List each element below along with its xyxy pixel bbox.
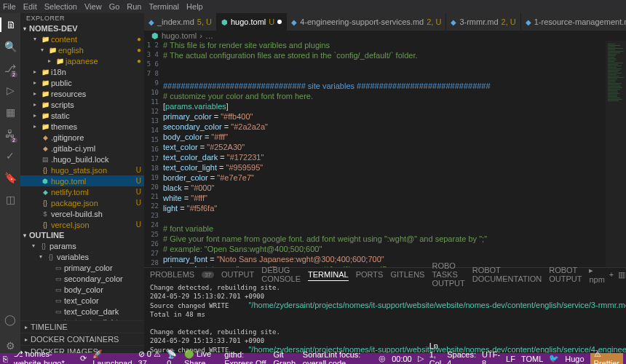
editor-tabs: ◆_index.md5, U⬢hugo.tomlU◆4-engineering-… <box>144 13 626 31</box>
panel-tab-ports[interactable]: PORTS <box>356 269 384 280</box>
sync[interactable]: ⟳ <box>80 354 87 363</box>
play[interactable]: ▷ <box>418 354 424 363</box>
section-docker-containers[interactable]: DOCKER CONTAINERS <box>20 333 144 345</box>
tree-item[interactable]: ◆netlify.tomlU <box>20 186 144 197</box>
menu-view[interactable]: View <box>84 2 102 11</box>
lang[interactable]: TOML <box>521 355 543 363</box>
menu-run[interactable]: Run <box>127 2 141 11</box>
panel-tabs: PROBLEMS37OUTPUTDEBUG CONSOLETERMINALPOR… <box>144 268 626 281</box>
panel-tab-problems[interactable]: PROBLEMS <box>150 269 194 280</box>
panel-tab-output[interactable]: OUTPUT <box>221 269 254 280</box>
tree-item[interactable]: ▾📁english● <box>20 44 144 55</box>
gear-icon[interactable]: ⚙ <box>3 339 17 353</box>
indent[interactable]: Spaces: 4 <box>447 350 476 365</box>
tab-1-resource-management.md[interactable]: ◆1-resource-management.md9, U <box>521 13 626 31</box>
encoding[interactable]: UTF-8 <box>482 350 500 365</box>
tree-item[interactable]: ▸📁themes <box>20 121 144 132</box>
githd[interactable]: githd: Express Off <box>224 350 267 365</box>
split-terminal-icon[interactable]: ▥ <box>618 270 625 280</box>
code-content[interactable]: # This file is for render site varibles … <box>163 41 606 267</box>
remote-indicator[interactable]: ⎘ <box>3 355 8 363</box>
scm-icon[interactable]: ⎇2 <box>3 61 17 76</box>
outline-item[interactable]: ▭body_color <box>20 284 144 295</box>
time[interactable]: 00:00 <box>392 355 412 363</box>
breadcrumb-item: … <box>205 31 213 40</box>
outline-item[interactable]: ▭secondary_color <box>20 273 144 284</box>
editor-area: ◆_index.md5, U⬢hugo.tomlU◆4-engineering-… <box>144 13 626 353</box>
hugo[interactable]: Hugo <box>565 355 584 363</box>
tab-4-engineering-support-services.md[interactable]: ◆4-engineering-support-services.md2, U <box>287 13 446 31</box>
remote-icon[interactable]: 🖧2 <box>3 127 17 141</box>
project-header[interactable]: NOMES-DEV <box>20 23 144 33</box>
menu-go[interactable]: Go <box>109 2 120 11</box>
tree-item[interactable]: ▸📁i18n <box>20 66 144 77</box>
menu-edit[interactable]: Edit <box>23 2 37 11</box>
outline-item[interactable]: ▾{}variables <box>20 251 144 262</box>
tree-item[interactable]: ◆.gitlab-ci.yml <box>20 143 144 154</box>
tree-item[interactable]: {}package.jsonU <box>20 197 144 208</box>
new-terminal-icon[interactable]: + <box>609 270 614 279</box>
sonarlint[interactable]: SonarLint focus: overall code <box>303 350 373 365</box>
tree-item[interactable]: {}vercel.jsonU <box>20 219 144 230</box>
live-share[interactable]: 🟢 Live Share <box>184 349 218 364</box>
menubar: FileEditSelectionViewGoRunTerminalHelp <box>0 0 626 13</box>
menu-selection[interactable]: Selection <box>44 2 77 11</box>
tree-item[interactable]: ⬢hugo.tomlU <box>20 175 144 186</box>
file-tree: ▾📁content●▾📁english●▸📁japanese●▸📁i18n▸📁p… <box>20 33 144 230</box>
outline-item[interactable]: ▾{}params <box>20 240 144 251</box>
tree-item[interactable]: ▸📁static <box>20 110 144 121</box>
search-icon[interactable]: 🔍 <box>3 39 17 54</box>
account-icon[interactable]: ◯ <box>3 312 17 327</box>
eol[interactable]: LF <box>506 355 515 363</box>
testing-icon[interactable]: ✓ <box>3 149 17 163</box>
menu-help[interactable]: Help <box>186 2 203 11</box>
outline-item[interactable]: ▭primary_color <box>20 262 144 273</box>
outline-item[interactable]: ▭text_color <box>20 295 144 306</box>
outline-item[interactable]: ▭text_color_dark <box>20 306 144 317</box>
launchpad[interactable]: 🚀 Launchpad <box>92 349 132 364</box>
menu-file[interactable]: File <box>3 2 16 11</box>
tree-item[interactable]: ▸📁japanese● <box>20 55 144 66</box>
file-icon: ⬢ <box>151 31 159 41</box>
bottom-panel: PROBLEMS37OUTPUTDEBUG CONSOLETERMINALPOR… <box>144 267 626 353</box>
tree-item[interactable]: ▸📁resources <box>20 88 144 99</box>
outline-tree: ▾{}params▾{}variables▭primary_color▭seco… <box>20 240 144 320</box>
panel-tab-gitlens[interactable]: GITLENS <box>390 269 424 280</box>
radio[interactable]: ◎ <box>379 354 386 363</box>
tree-item[interactable]: ▸📁public <box>20 77 144 88</box>
extensions-icon[interactable]: ▦ <box>3 105 17 119</box>
git-graph[interactable]: Git Graph <box>273 350 296 365</box>
tree-item[interactable]: {}hugo_stats.jsonU <box>20 165 144 175</box>
section-timeline[interactable]: TIMELINE <box>20 320 144 333</box>
activity-bar: 🗎🔍⎇2▷▦🖧2✓🔖◫◯⚙ <box>0 13 20 353</box>
breadcrumb-item: hugo.toml <box>162 31 197 40</box>
errors[interactable]: ⊘ 0 ⚠ 37 <box>138 349 162 364</box>
explorer-icon[interactable]: 🗎 <box>0 17 20 32</box>
prettier[interactable]: ⚠ Prettier <box>590 353 623 364</box>
tweet[interactable]: 🐦 <box>549 354 559 363</box>
tree-item[interactable]: $vercel-build.sh <box>20 208 144 219</box>
outline-header[interactable]: OUTLINE <box>20 230 144 240</box>
tree-item[interactable]: ◆.gitignore <box>20 132 144 143</box>
panel-tab-terminal[interactable]: TERMINAL <box>308 269 349 281</box>
sidebar-title: EXPLORER <box>20 13 144 23</box>
tab-_index.md[interactable]: ◆_index.md5, U <box>144 13 217 31</box>
breadcrumb[interactable]: ⬢ hugo.toml › … <box>144 31 626 41</box>
editor[interactable]: 1 2 3 4 5 6 7 8 9 10 11 12 13 14 15 16 1… <box>144 41 626 267</box>
minimap[interactable] <box>606 41 626 267</box>
docker-icon[interactable]: ◫ <box>3 192 17 207</box>
line-gutter: 1 2 3 4 5 6 7 8 9 10 11 12 13 14 15 16 1… <box>144 41 163 267</box>
cursor-pos[interactable]: Ln 1, Col 1 <box>429 341 442 365</box>
branch[interactable]: ⎇ nomes-website-hugo* <box>14 349 74 364</box>
tree-item[interactable]: ▾📁content● <box>20 33 144 44</box>
menu-terminal[interactable]: Terminal <box>149 2 180 11</box>
tab-3-rmmr.md[interactable]: ◆3-rmmr.md2, U <box>446 13 520 31</box>
chevron-right-icon: › <box>199 31 202 40</box>
tab-hugo.toml[interactable]: ⬢hugo.tomlU <box>217 13 287 31</box>
tree-item[interactable]: ▸📁scripts <box>20 99 144 110</box>
sidebar-bottom-sections: TIMELINEDOCKER CONTAINERSDOCKER IMAGESAZ… <box>20 320 144 353</box>
run-debug-icon[interactable]: ▷ <box>3 83 17 98</box>
ports[interactable]: 📡 0 <box>167 349 178 364</box>
tree-item[interactable]: ▤.hugo_build.lock <box>20 154 144 165</box>
bookmark-icon[interactable]: 🔖 <box>3 170 17 185</box>
